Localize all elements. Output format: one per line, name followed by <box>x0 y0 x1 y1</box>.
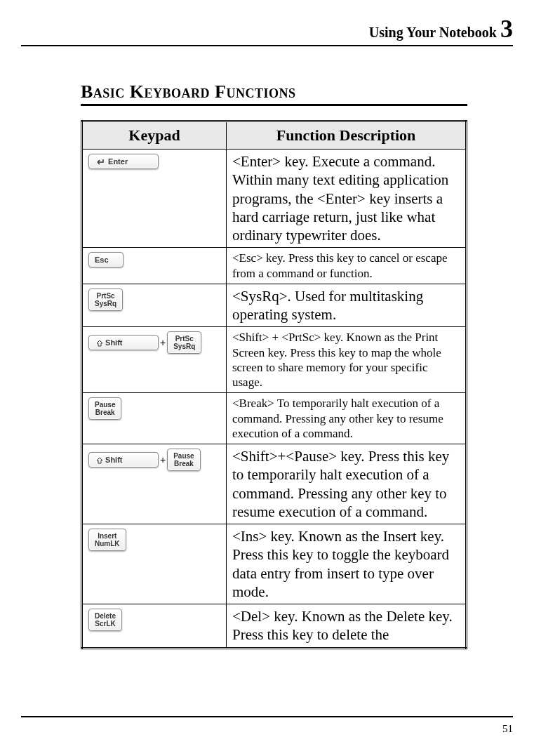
page-number: 51 <box>21 723 513 735</box>
description-cell: <SysRq>. Used for multitasking operating… <box>227 284 467 327</box>
footer-region: 51 <box>21 716 513 735</box>
section-title: Basic Keyboard Functions <box>81 81 467 106</box>
keypad-cell: Esc <box>82 248 227 284</box>
plus-icon: + <box>160 454 166 465</box>
table-row: Esc <Esc> key. Press this key to cancel … <box>82 248 467 284</box>
description-cell: <Ins> key. Known as the Insert key. Pres… <box>227 524 467 604</box>
key-label: Enter <box>108 157 128 166</box>
shift-key-icon: Shift <box>88 452 159 467</box>
key-combo: Shift + PrtSc SysRq <box>88 330 201 355</box>
table-row: Enter <Enter> key. Execute a command. Wi… <box>82 150 467 248</box>
table-row: Pause Break <Break> To temporarily halt … <box>82 393 467 444</box>
key-label: NumLK <box>95 540 120 548</box>
key-label: Insert <box>95 532 120 540</box>
keypad-cell: Delete ScrLK <box>82 604 227 649</box>
running-title: Using Your Notebook <box>369 25 497 40</box>
enter-key-icon: Enter <box>88 154 159 169</box>
key-label: Shift <box>105 338 122 347</box>
header-region: Using Your Notebook 3 <box>21 14 513 46</box>
description-cell: <Break> To temporarily halt execution of… <box>227 393 467 444</box>
description-cell: <Shift>+<Pause> key. Press this key to t… <box>227 444 467 524</box>
key-combo: Shift + Pause Break <box>88 447 201 472</box>
running-header: Using Your Notebook 3 <box>21 14 513 44</box>
table-row: PrtSc SysRq <SysRq>. Used for multitaski… <box>82 284 467 327</box>
plus-icon: + <box>160 337 166 348</box>
page: Using Your Notebook 3 Basic Keyboard Fun… <box>0 0 534 756</box>
keypad-cell: Insert NumLK <box>82 524 227 604</box>
keypad-cell: Pause Break <box>82 393 227 444</box>
keypad-cell: Shift + PrtSc SysRq <box>82 327 227 393</box>
description-cell: <Esc> key. Press this key to cancel or e… <box>227 248 467 284</box>
key-label: PrtSc <box>95 292 116 300</box>
description-cell: <Del> key. Known as the Delete key. Pres… <box>227 604 467 649</box>
column-header-keypad: Keypad <box>82 121 227 150</box>
table-row: Delete ScrLK <Del> key. Known as the Del… <box>82 604 467 649</box>
column-header-desc: Function Description <box>227 121 467 150</box>
insert-key-icon: Insert NumLK <box>88 529 126 551</box>
keypad-cell: Enter <box>82 150 227 248</box>
content: Basic Keyboard Functions Keypad Function… <box>21 81 513 702</box>
shift-key-icon: Shift <box>88 335 159 350</box>
keypad-cell: Shift + Pause Break <box>82 444 227 524</box>
table-row: Shift + PrtSc SysRq <Shift> + <PrtSc> ke… <box>82 327 467 393</box>
delete-key-icon: Delete ScrLK <box>88 609 122 631</box>
key-label: SysRq <box>95 300 116 307</box>
keypad-cell: PrtSc SysRq <box>82 284 227 327</box>
key-label: SysRq <box>173 343 195 350</box>
key-label: Esc <box>95 256 109 264</box>
table-row: Shift + Pause Break <Shift>+<Pause> key.… <box>82 444 467 524</box>
key-label: Delete <box>95 612 116 620</box>
key-label: Pause <box>95 401 115 409</box>
pause-key-icon: Pause Break <box>88 397 121 420</box>
key-label: ScrLK <box>95 620 116 628</box>
pause-key-icon: Pause Break <box>167 449 200 471</box>
esc-key-icon: Esc <box>88 252 124 267</box>
prtsc-key-icon: PrtSc SysRq <box>88 289 123 311</box>
table-row: Insert NumLK <Ins> key. Known as the Ins… <box>82 524 467 604</box>
description-cell: <Enter> key. Execute a command. Within m… <box>227 150 467 248</box>
prtsc-key-icon: PrtSc SysRq <box>167 331 201 354</box>
description-cell: <Shift> + <PrtSc> key. Known as the Prin… <box>227 327 467 393</box>
chapter-number: 3 <box>500 15 513 43</box>
keyboard-functions-table: Keypad Function Description Enter <box>81 120 467 649</box>
key-label: Pause <box>173 452 194 460</box>
key-label: PrtSc <box>173 335 195 343</box>
key-label: Shift <box>105 456 122 464</box>
key-label: Break <box>173 460 194 467</box>
key-label: Break <box>95 409 115 416</box>
